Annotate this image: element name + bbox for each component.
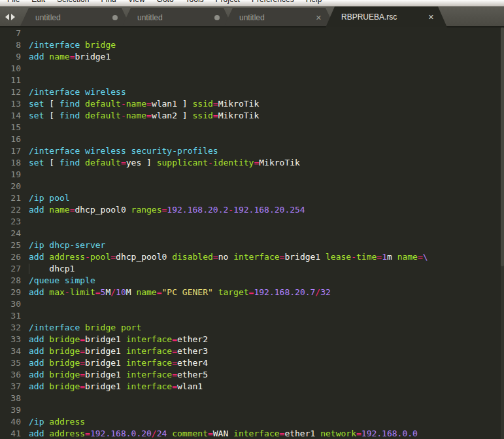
prev-tab-arrow-icon[interactable] — [5, 14, 9, 20]
menu-help[interactable]: Help — [300, 0, 328, 4]
code-line: 11 — [0, 75, 504, 86]
line-number: 41 — [0, 428, 21, 439]
line-text[interactable]: set [ find default=yes ] supplicant-iden… — [21, 157, 504, 169]
menu-selection[interactable]: Selection — [51, 0, 95, 4]
line-text[interactable]: add name=dhcp_pool0 ranges=192.168.20.2-… — [21, 204, 504, 216]
code-line: 39 — [0, 404, 504, 416]
line-text[interactable] — [21, 27, 504, 39]
code-line: 14set [ find default-name=wlan2 ] ssid=M… — [0, 110, 504, 122]
line-text[interactable] — [21, 310, 504, 322]
tab-rbprueba-rsc[interactable]: RBPRUEBA.rsc✕ — [326, 7, 447, 27]
line-text[interactable] — [21, 133, 504, 145]
line-number: 30 — [0, 298, 21, 310]
line-number: 20 — [0, 181, 21, 192]
tab-bar: untitleduntitleduntitled✕RBPRUEBA.rsc✕ — [0, 7, 504, 27]
line-number: 14 — [0, 110, 21, 122]
line-text[interactable] — [21, 228, 504, 239]
close-tab-icon[interactable]: ✕ — [316, 14, 322, 22]
line-text[interactable] — [21, 169, 504, 181]
line-text[interactable]: add address-pool=dhcp_pool0 disabled=no … — [21, 251, 504, 263]
line-number: 25 — [0, 239, 21, 251]
tab-untitled[interactable]: untitled✕ — [224, 8, 335, 27]
line-number: 8 — [0, 39, 21, 51]
line-text[interactable]: /ip pool — [21, 192, 504, 204]
tab-untitled[interactable]: untitled — [122, 8, 233, 27]
line-number: 27 — [0, 263, 21, 275]
code-line: 23 — [0, 216, 504, 228]
line-text[interactable]: add bridge=bridge1 interface=wlan1 — [21, 381, 504, 393]
code-line: 7 — [0, 27, 504, 39]
line-text[interactable]: set [ find default-name=wlan1 ] ssid=Mik… — [21, 98, 504, 110]
line-number: 12 — [0, 86, 21, 98]
line-number: 40 — [0, 416, 21, 428]
line-text[interactable] — [21, 216, 504, 228]
line-number: 9 — [0, 51, 21, 63]
line-text[interactable]: /interface wireless security-profiles — [21, 145, 504, 157]
line-text[interactable] — [21, 181, 504, 192]
line-text[interactable]: /queue simple — [21, 275, 504, 287]
line-text[interactable]: add max-limit=5M/10M name="PC GENER" tar… — [21, 287, 504, 298]
menu-bar: FileEditSelectionFindViewGotoToolsProjec… — [0, 0, 504, 7]
modified-dot-icon — [214, 15, 220, 20]
menu-file[interactable]: File — [1, 0, 25, 4]
code-line: 35add bridge=bridge1 interface=ether4 — [0, 357, 504, 369]
line-text[interactable]: /ip dhcp-server — [21, 239, 504, 251]
line-text[interactable]: add bridge=bridge1 interface=ether5 — [21, 369, 504, 381]
line-number: 22 — [0, 204, 21, 216]
code-line: 10 — [0, 63, 504, 75]
code-line: 8/interface bridge — [0, 39, 504, 51]
line-text[interactable] — [21, 393, 504, 404]
menu-preferences[interactable]: Preferences — [246, 0, 300, 4]
line-number: 18 — [0, 157, 21, 169]
line-text[interactable] — [21, 404, 504, 416]
menu-view[interactable]: View — [122, 0, 151, 4]
line-text[interactable] — [21, 298, 504, 310]
line-text[interactable] — [21, 75, 504, 86]
line-number: 26 — [0, 251, 21, 263]
line-text[interactable]: add address=192.168.0.20/24 comment=WAN … — [21, 428, 504, 439]
line-text[interactable]: /interface wireless — [21, 86, 504, 98]
line-number: 35 — [0, 357, 21, 369]
menu-project[interactable]: Project — [210, 0, 246, 4]
next-tab-arrow-icon[interactable] — [11, 14, 15, 20]
code-line: 9add name=bridge1 — [0, 51, 504, 63]
line-text[interactable]: /ip address — [21, 416, 504, 428]
line-text[interactable]: /interface bridge — [21, 39, 504, 51]
indent-guide — [29, 264, 29, 274]
scrollbar-thumb[interactable] — [501, 27, 504, 266]
line-text[interactable]: set [ find default-name=wlan2 ] ssid=Mik… — [21, 110, 504, 122]
line-text[interactable]: add bridge=bridge1 interface=ether2 — [21, 334, 504, 345]
line-number: 21 — [0, 192, 21, 204]
line-text[interactable] — [21, 122, 504, 133]
code-lines: 78/interface bridge9add name=bridge11011… — [0, 27, 504, 439]
line-number: 33 — [0, 334, 21, 345]
tab-untitled[interactable]: untitled — [20, 8, 131, 27]
code-line: 22add name=dhcp_pool0 ranges=192.168.20.… — [0, 204, 504, 216]
tabs-container: untitleduntitleduntitled✕RBPRUEBA.rsc✕ — [20, 7, 438, 27]
code-line: 21/ip pool — [0, 192, 504, 204]
line-text[interactable]: dhcp1 — [21, 263, 504, 275]
menu-goto[interactable]: Goto — [151, 0, 180, 4]
tab-label: untitled — [35, 13, 106, 22]
line-text[interactable] — [21, 63, 504, 75]
modified-dot-icon — [112, 15, 118, 20]
menu-edit[interactable]: Edit — [25, 0, 51, 4]
code-editor[interactable]: 78/interface bridge9add name=bridge11011… — [0, 27, 504, 439]
line-number: 38 — [0, 393, 21, 404]
tab-label: untitled — [137, 13, 208, 22]
code-line: 34add bridge=bridge1 interface=ether3 — [0, 345, 504, 357]
line-number: 36 — [0, 369, 21, 381]
line-text[interactable]: /interface bridge port — [21, 322, 504, 334]
line-text[interactable]: add bridge=bridge1 interface=ether4 — [21, 357, 504, 369]
line-number: 16 — [0, 133, 21, 145]
vertical-scrollbar[interactable] — [501, 27, 504, 439]
menu-find[interactable]: Find — [95, 0, 122, 4]
menu-tools[interactable]: Tools — [180, 0, 210, 4]
code-line: 20 — [0, 181, 504, 192]
line-number: 7 — [0, 27, 21, 39]
line-number: 37 — [0, 381, 21, 393]
line-text[interactable]: add name=bridge1 — [21, 51, 504, 63]
line-text[interactable]: add bridge=bridge1 interface=ether3 — [21, 345, 504, 357]
code-line: 16 — [0, 133, 504, 145]
close-tab-icon[interactable]: ✕ — [428, 14, 434, 21]
